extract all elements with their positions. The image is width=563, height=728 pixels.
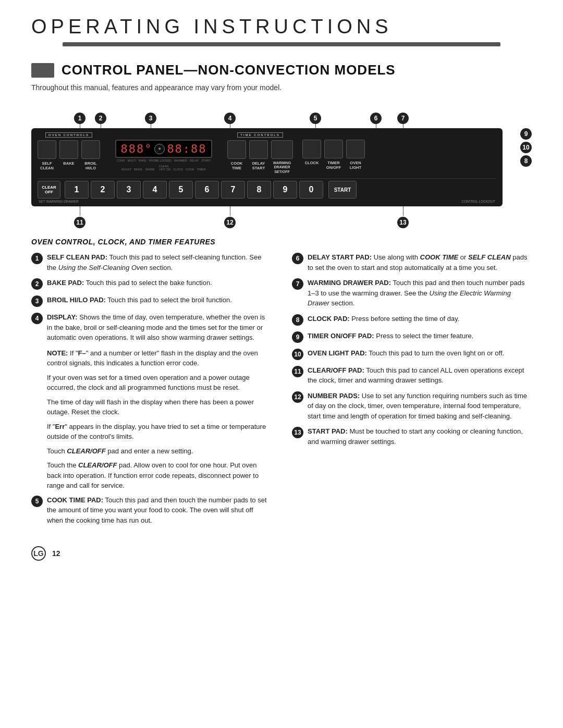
feature-text-8: CLOCK PAD: Press before setting the time… bbox=[308, 314, 459, 324]
callout-3-top: 3 bbox=[145, 113, 156, 124]
section-accent bbox=[31, 63, 54, 78]
feature-10: 10 OVEN LIGHT PAD: Touch this pad to tur… bbox=[292, 348, 532, 360]
feature-num-4: 4 bbox=[31, 313, 43, 324]
num-2-button[interactable]: 2 bbox=[91, 181, 115, 199]
page-title: Operating Instructions bbox=[31, 16, 532, 38]
note-5: Touch CLEAR/OFF pad and enter a new sett… bbox=[31, 446, 271, 456]
right-callouts: 9 10 8 bbox=[520, 128, 532, 167]
feature-4: 4 DISPLAY: Shows the time of day, oven t… bbox=[31, 312, 271, 343]
header-divider bbox=[63, 42, 500, 46]
note-4: If "Err" appears in the display, you hav… bbox=[31, 422, 271, 442]
note-1: NOTE: If "F–" and a number or letter" fl… bbox=[31, 348, 271, 368]
num-7-button[interactable]: 7 bbox=[221, 181, 245, 199]
set-warming-drawer-label: SET WARMING DRAWER bbox=[39, 200, 79, 203]
feature-num-2: 2 bbox=[31, 278, 43, 290]
page-footer: LG 12 bbox=[0, 541, 563, 566]
bake-button[interactable]: BAKE bbox=[59, 140, 78, 166]
clock-button[interactable]: CLOCK bbox=[302, 140, 321, 165]
display-time: 88:88 bbox=[167, 142, 206, 155]
num-1-button[interactable]: 1 bbox=[65, 181, 89, 199]
features-columns: 1 SELF CLEAN PAD: Touch this pad to sele… bbox=[31, 252, 532, 530]
callout-5-top: 5 bbox=[310, 113, 321, 124]
num-0-button[interactable]: 0 bbox=[299, 181, 323, 199]
features-col-right: 6 DELAY START PAD: Use along with COOK T… bbox=[292, 252, 532, 530]
display-sub-labels2: ROASTBROILWARM HOT ONCLOCKCOOKTIMER bbox=[121, 168, 205, 171]
oven-controls-label: OVEN CONTROLS bbox=[45, 132, 92, 138]
num-3-button[interactable]: 3 bbox=[117, 181, 141, 199]
broil-button[interactable]: BROILHI/LO bbox=[81, 140, 100, 170]
feature-2: 2 BAKE PAD: Touch this pad to select the… bbox=[31, 278, 271, 290]
warming-drawer-label: WARMINGDRAWERSET/OFF bbox=[273, 161, 291, 174]
tick-11 bbox=[80, 206, 80, 216]
callout-4-top: 4 bbox=[224, 113, 236, 124]
section-subtitle: Throughout this manual, features and app… bbox=[31, 83, 532, 92]
note-2: If your oven was set for a timed oven op… bbox=[31, 373, 271, 393]
clock-label: CLOCK bbox=[305, 161, 319, 165]
feature-text-3: BROIL HI/LO PAD: Touch this pad to selec… bbox=[47, 295, 232, 305]
oven-light-label: OVENLIGHT bbox=[350, 161, 362, 170]
timer-onoff-label: TIMERON/OFF bbox=[326, 161, 341, 170]
feature-7: 7 WARMING DRAWER PAD: Touch this pad and… bbox=[292, 278, 532, 309]
oven-light-button[interactable]: OVENLIGHT bbox=[346, 140, 365, 170]
num-8-button[interactable]: 8 bbox=[247, 181, 271, 199]
callout-11-bottom: 11 bbox=[74, 217, 85, 228]
num-6-button[interactable]: 6 bbox=[195, 181, 219, 199]
callout-7-top: 7 bbox=[397, 113, 409, 124]
section-title-bar: Control Panel—Non-Convection Models bbox=[31, 62, 532, 78]
oven-display: 888° ✦ 88:88 bbox=[115, 140, 212, 158]
feature-num-8: 8 bbox=[292, 314, 303, 326]
start-button[interactable]: START bbox=[328, 181, 357, 199]
feature-num-9: 9 bbox=[292, 331, 303, 343]
callout-1-top: 1 bbox=[74, 113, 85, 124]
clear-off-button[interactable]: CLEAROFF bbox=[38, 181, 60, 199]
display-sub-labels: CONVMULTIBAKEPROBE LOCKED WARMERDELAYSTA… bbox=[112, 159, 216, 168]
feature-num-10: 10 bbox=[292, 349, 303, 360]
delay-start-label: DELAYSTART bbox=[252, 161, 265, 170]
callout-13-bottom: 13 bbox=[397, 217, 409, 228]
timer-onoff-button[interactable]: TIMERON/OFF bbox=[324, 140, 343, 170]
feature-8: 8 CLOCK PAD: Press before setting the ti… bbox=[292, 314, 532, 326]
section-title: Control Panel—Non-Convection Models bbox=[62, 62, 396, 78]
feature-num-5: 5 bbox=[31, 496, 43, 507]
warming-drawer-button[interactable]: WARMINGDRAWERSET/OFF bbox=[271, 140, 293, 174]
feature-num-3: 3 bbox=[31, 295, 43, 307]
section: Control Panel—Non-Convection Models Thro… bbox=[0, 52, 563, 232]
feature-num-13: 13 bbox=[292, 427, 303, 438]
num-9-button[interactable]: 9 bbox=[273, 181, 297, 199]
broil-label: BROILHI/LO bbox=[84, 161, 96, 170]
feature-num-6: 6 bbox=[292, 253, 303, 264]
feature-text-6: DELAY START PAD: Use along with COOK TIM… bbox=[308, 252, 532, 273]
display-fan-icon: ✦ bbox=[154, 144, 165, 154]
feature-text-2: BAKE PAD: Touch this pad to select the b… bbox=[47, 278, 212, 288]
feature-num-12: 12 bbox=[292, 391, 303, 403]
feature-text-12: NUMBER PADS: Use to set any function req… bbox=[308, 391, 532, 422]
feature-9: 9 TIMER ON/OFF PAD: Press to select the … bbox=[292, 331, 532, 343]
footer-page: 12 bbox=[52, 549, 60, 558]
callout-12-bottom: 12 bbox=[224, 217, 236, 228]
tick-13 bbox=[403, 206, 403, 216]
feature-num-1: 1 bbox=[31, 253, 43, 264]
panel-container: 1 2 3 4 5 6 7 bbox=[31, 99, 532, 232]
feature-text-1: SELF CLEAN PAD: Touch this pad to select… bbox=[47, 252, 271, 273]
bottom-callouts: 11 12 13 bbox=[31, 206, 503, 232]
feature-num-11: 11 bbox=[292, 366, 303, 377]
callout-9-right: 9 bbox=[520, 128, 532, 140]
callout-2-top: 2 bbox=[95, 113, 106, 124]
feature-text-13: START PAD: Must be touched to start any … bbox=[308, 426, 532, 447]
feature-1: 1 SELF CLEAN PAD: Touch this pad to sele… bbox=[31, 252, 271, 273]
features-section: Oven Control, Clock, and Timer Features … bbox=[0, 232, 563, 541]
num-5-button[interactable]: 5 bbox=[169, 181, 193, 199]
feature-text-7: WARMING DRAWER PAD: Touch this pad and t… bbox=[308, 278, 532, 309]
feature-num-7: 7 bbox=[292, 278, 303, 290]
num-4-button[interactable]: 4 bbox=[143, 181, 167, 199]
callout-10-right: 10 bbox=[520, 142, 532, 153]
footer-logo: LG bbox=[31, 546, 46, 561]
feature-12: 12 NUMBER PADS: Use to set any function … bbox=[292, 391, 532, 422]
cook-time-button[interactable]: COOKTIME bbox=[227, 140, 246, 170]
features-col-left: 1 SELF CLEAN PAD: Touch this pad to sele… bbox=[31, 252, 271, 530]
delay-start-button[interactable]: DELAYSTART bbox=[249, 140, 268, 170]
self-clean-label: SELFCLEAN bbox=[40, 161, 54, 170]
feature-6: 6 DELAY START PAD: Use along with COOK T… bbox=[292, 252, 532, 273]
feature-11: 11 CLEAR/OFF PAD: Touch this pad to canc… bbox=[292, 365, 532, 386]
self-clean-button[interactable]: SELFCLEAN bbox=[38, 140, 56, 170]
